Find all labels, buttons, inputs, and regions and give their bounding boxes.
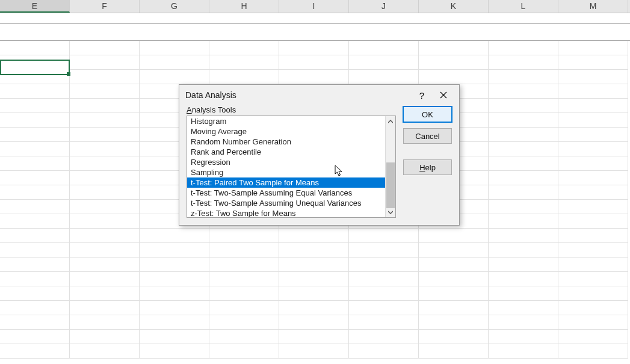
cell[interactable] — [0, 301, 70, 315]
cell[interactable] — [349, 344, 419, 359]
cell[interactable] — [140, 330, 209, 344]
cell[interactable] — [558, 330, 628, 344]
cell[interactable] — [0, 156, 70, 171]
cell[interactable] — [70, 84, 140, 99]
cell[interactable] — [140, 70, 209, 84]
help-button[interactable]: Help — [403, 159, 452, 175]
cell[interactable] — [279, 330, 349, 344]
cell[interactable] — [489, 229, 558, 243]
cell[interactable] — [0, 185, 70, 200]
cell[interactable] — [558, 272, 628, 286]
cell[interactable] — [349, 286, 419, 301]
cancel-button[interactable]: Cancel — [403, 128, 452, 144]
column-header-I[interactable]: I — [279, 0, 349, 13]
cell[interactable] — [349, 330, 419, 344]
cell[interactable] — [70, 315, 140, 330]
cell[interactable] — [70, 258, 140, 272]
cell[interactable] — [558, 99, 628, 113]
cell[interactable] — [419, 243, 489, 258]
list-item[interactable]: Sampling — [187, 167, 385, 177]
cell[interactable] — [140, 258, 209, 272]
cell[interactable] — [0, 214, 70, 229]
cell[interactable] — [489, 286, 558, 301]
cell[interactable] — [0, 344, 70, 359]
cell[interactable] — [279, 301, 349, 315]
cell[interactable] — [558, 156, 628, 171]
cell[interactable] — [558, 171, 628, 185]
cell[interactable] — [489, 301, 558, 315]
cell[interactable] — [209, 344, 279, 359]
cell[interactable] — [70, 99, 140, 113]
cell[interactable] — [140, 41, 209, 55]
cell[interactable] — [0, 272, 70, 286]
cell[interactable] — [0, 243, 70, 258]
cell[interactable] — [0, 171, 70, 185]
cell[interactable] — [140, 55, 209, 70]
column-header-H[interactable]: H — [209, 0, 279, 13]
cell[interactable] — [349, 41, 419, 55]
cell[interactable] — [70, 142, 140, 156]
cell[interactable] — [0, 229, 70, 243]
cell[interactable] — [0, 113, 70, 128]
cell[interactable] — [279, 272, 349, 286]
cell[interactable] — [209, 70, 279, 84]
cell[interactable] — [419, 315, 489, 330]
cell[interactable] — [558, 128, 628, 142]
cell[interactable] — [558, 344, 628, 359]
dialog-titlebar[interactable]: Data Analysis ? — [179, 85, 459, 105]
cell[interactable] — [419, 41, 489, 55]
cell[interactable] — [558, 113, 628, 128]
cell[interactable] — [0, 315, 70, 330]
cell[interactable] — [489, 272, 558, 286]
cell[interactable] — [209, 55, 279, 70]
cell[interactable] — [209, 243, 279, 258]
cell[interactable] — [489, 99, 558, 113]
cell[interactable] — [140, 286, 209, 301]
cell[interactable] — [209, 229, 279, 243]
list-item[interactable]: Random Number Generation — [187, 137, 385, 147]
cell[interactable] — [140, 272, 209, 286]
cell[interactable] — [0, 128, 70, 142]
cell[interactable] — [489, 330, 558, 344]
cell[interactable] — [419, 286, 489, 301]
cell[interactable] — [209, 330, 279, 344]
cell[interactable] — [489, 128, 558, 142]
cell[interactable] — [70, 229, 140, 243]
list-item[interactable]: t-Test: Two-Sample Assuming Equal Varian… — [187, 188, 385, 198]
list-item[interactable]: Moving Average — [187, 126, 385, 137]
cell[interactable] — [349, 243, 419, 258]
column-header-M[interactable]: M — [558, 0, 628, 13]
cell[interactable] — [70, 286, 140, 301]
cell[interactable] — [419, 344, 489, 359]
cell[interactable] — [209, 258, 279, 272]
cell[interactable] — [489, 258, 558, 272]
cell[interactable] — [279, 286, 349, 301]
cell[interactable] — [279, 41, 349, 55]
cell[interactable] — [489, 113, 558, 128]
cell[interactable] — [0, 142, 70, 156]
list-item[interactable]: Regression — [187, 157, 385, 167]
cell[interactable] — [419, 330, 489, 344]
cell[interactable] — [70, 344, 140, 359]
cell[interactable] — [70, 200, 140, 214]
cell[interactable] — [279, 315, 349, 330]
cell[interactable] — [349, 258, 419, 272]
cell[interactable] — [558, 41, 628, 55]
cell[interactable] — [558, 258, 628, 272]
cell[interactable] — [489, 70, 558, 84]
cell[interactable] — [558, 200, 628, 214]
cell[interactable] — [489, 171, 558, 185]
cell[interactable] — [489, 55, 558, 70]
cell[interactable] — [0, 70, 70, 84]
cell[interactable] — [279, 229, 349, 243]
cell[interactable] — [558, 229, 628, 243]
cell[interactable] — [140, 229, 209, 243]
cell[interactable] — [489, 214, 558, 229]
cell[interactable] — [419, 301, 489, 315]
cell[interactable] — [489, 200, 558, 214]
cell[interactable] — [558, 315, 628, 330]
cell[interactable] — [349, 70, 419, 84]
column-header-F[interactable]: F — [70, 0, 140, 13]
cell[interactable] — [419, 55, 489, 70]
cell[interactable] — [70, 301, 140, 315]
